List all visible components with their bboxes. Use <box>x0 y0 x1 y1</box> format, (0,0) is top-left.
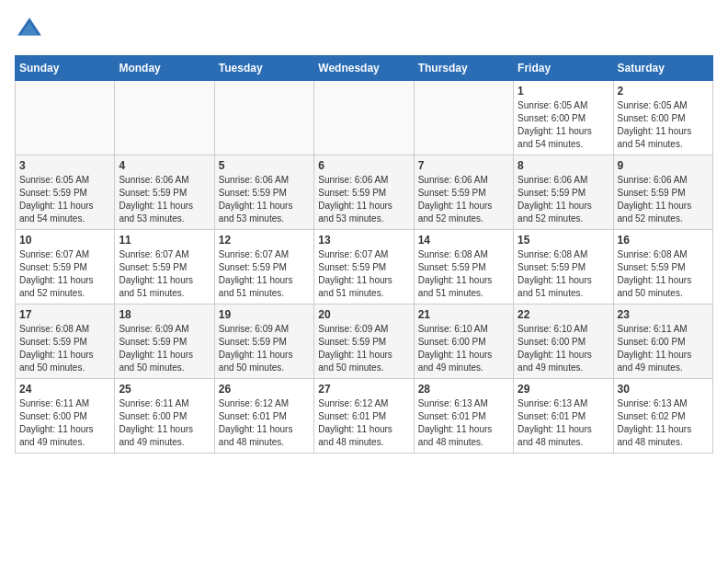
calendar-cell: 5Sunrise: 6:06 AM Sunset: 5:59 PM Daylig… <box>214 155 313 230</box>
day-info: Sunrise: 6:08 AM Sunset: 5:59 PM Dayligh… <box>518 248 609 300</box>
day-number: 2 <box>618 85 709 98</box>
day-info: Sunrise: 6:10 AM Sunset: 6:00 PM Dayligh… <box>418 323 509 374</box>
calendar-cell: 21Sunrise: 6:10 AM Sunset: 6:00 PM Dayli… <box>414 304 513 379</box>
day-number: 3 <box>19 159 110 172</box>
day-number: 16 <box>618 234 709 247</box>
day-info: Sunrise: 6:10 AM Sunset: 6:00 PM Dayligh… <box>518 323 609 374</box>
day-number: 18 <box>119 308 210 321</box>
day-number: 14 <box>418 234 509 247</box>
calendar-cell <box>16 81 115 155</box>
calendar-cell: 27Sunrise: 6:12 AM Sunset: 6:01 PM Dayli… <box>314 379 414 454</box>
day-number: 13 <box>318 234 409 247</box>
calendar-cell: 17Sunrise: 6:08 AM Sunset: 5:59 PM Dayli… <box>16 304 115 379</box>
page-header <box>15 15 713 44</box>
calendar-table: SundayMondayTuesdayWednesdayThursdayFrid… <box>15 55 713 454</box>
day-number: 27 <box>318 383 409 396</box>
day-number: 5 <box>219 159 310 172</box>
day-info: Sunrise: 6:13 AM Sunset: 6:01 PM Dayligh… <box>418 397 509 449</box>
calendar-cell: 15Sunrise: 6:08 AM Sunset: 5:59 PM Dayli… <box>514 230 613 304</box>
day-info: Sunrise: 6:12 AM Sunset: 6:01 PM Dayligh… <box>219 397 310 449</box>
day-info: Sunrise: 6:07 AM Sunset: 5:59 PM Dayligh… <box>19 248 110 300</box>
calendar-cell: 19Sunrise: 6:09 AM Sunset: 5:59 PM Dayli… <box>214 304 313 379</box>
calendar-cell: 7Sunrise: 6:06 AM Sunset: 5:59 PM Daylig… <box>414 155 513 230</box>
day-number: 15 <box>518 234 609 247</box>
calendar-cell: 1Sunrise: 6:05 AM Sunset: 6:00 PM Daylig… <box>514 81 613 155</box>
calendar-cell: 4Sunrise: 6:06 AM Sunset: 5:59 PM Daylig… <box>115 155 214 230</box>
day-info: Sunrise: 6:13 AM Sunset: 6:01 PM Dayligh… <box>518 397 609 449</box>
calendar-cell <box>414 81 513 155</box>
day-number: 24 <box>19 383 110 396</box>
day-number: 6 <box>318 159 409 172</box>
day-info: Sunrise: 6:06 AM Sunset: 5:59 PM Dayligh… <box>418 174 509 225</box>
calendar-cell: 23Sunrise: 6:11 AM Sunset: 6:00 PM Dayli… <box>613 304 712 379</box>
day-number: 7 <box>418 159 509 172</box>
day-info: Sunrise: 6:07 AM Sunset: 5:59 PM Dayligh… <box>318 248 409 300</box>
calendar-cell: 30Sunrise: 6:13 AM Sunset: 6:02 PM Dayli… <box>613 379 712 454</box>
day-info: Sunrise: 6:12 AM Sunset: 6:01 PM Dayligh… <box>318 397 409 449</box>
day-info: Sunrise: 6:06 AM Sunset: 5:59 PM Dayligh… <box>618 174 709 225</box>
calendar-cell: 9Sunrise: 6:06 AM Sunset: 5:59 PM Daylig… <box>613 155 712 230</box>
day-info: Sunrise: 6:05 AM Sunset: 6:00 PM Dayligh… <box>518 99 609 151</box>
calendar-cell: 24Sunrise: 6:11 AM Sunset: 6:00 PM Dayli… <box>16 379 115 454</box>
calendar-cell: 22Sunrise: 6:10 AM Sunset: 6:00 PM Dayli… <box>514 304 613 379</box>
day-info: Sunrise: 6:07 AM Sunset: 5:59 PM Dayligh… <box>219 248 310 300</box>
logo <box>15 15 48 44</box>
day-number: 26 <box>219 383 310 396</box>
day-info: Sunrise: 6:08 AM Sunset: 5:59 PM Dayligh… <box>618 248 709 300</box>
day-number: 30 <box>618 383 709 396</box>
calendar-cell: 8Sunrise: 6:06 AM Sunset: 5:59 PM Daylig… <box>514 155 613 230</box>
day-info: Sunrise: 6:06 AM Sunset: 5:59 PM Dayligh… <box>219 174 310 225</box>
day-number: 1 <box>518 85 609 98</box>
calendar-cell: 6Sunrise: 6:06 AM Sunset: 5:59 PM Daylig… <box>314 155 414 230</box>
calendar-week-row: 10Sunrise: 6:07 AM Sunset: 5:59 PM Dayli… <box>16 230 713 304</box>
calendar-cell: 13Sunrise: 6:07 AM Sunset: 5:59 PM Dayli… <box>314 230 414 304</box>
calendar-cell: 11Sunrise: 6:07 AM Sunset: 5:59 PM Dayli… <box>115 230 214 304</box>
weekday-header-sunday: Sunday <box>16 56 115 81</box>
day-info: Sunrise: 6:11 AM Sunset: 6:00 PM Dayligh… <box>119 397 210 449</box>
day-number: 25 <box>119 383 210 396</box>
day-number: 8 <box>518 159 609 172</box>
day-info: Sunrise: 6:13 AM Sunset: 6:02 PM Dayligh… <box>618 397 709 449</box>
calendar-cell: 16Sunrise: 6:08 AM Sunset: 5:59 PM Dayli… <box>613 230 712 304</box>
day-number: 19 <box>219 308 310 321</box>
day-number: 9 <box>618 159 709 172</box>
day-info: Sunrise: 6:09 AM Sunset: 5:59 PM Dayligh… <box>119 323 210 374</box>
day-number: 28 <box>418 383 509 396</box>
day-number: 11 <box>119 234 210 247</box>
day-info: Sunrise: 6:08 AM Sunset: 5:59 PM Dayligh… <box>19 323 110 374</box>
calendar-cell: 25Sunrise: 6:11 AM Sunset: 6:00 PM Dayli… <box>115 379 214 454</box>
calendar-week-row: 24Sunrise: 6:11 AM Sunset: 6:00 PM Dayli… <box>16 379 713 454</box>
day-info: Sunrise: 6:05 AM Sunset: 6:00 PM Dayligh… <box>618 99 709 151</box>
day-info: Sunrise: 6:09 AM Sunset: 5:59 PM Dayligh… <box>318 323 409 374</box>
day-info: Sunrise: 6:11 AM Sunset: 6:00 PM Dayligh… <box>19 397 110 449</box>
day-info: Sunrise: 6:06 AM Sunset: 5:59 PM Dayligh… <box>518 174 609 225</box>
day-info: Sunrise: 6:11 AM Sunset: 6:00 PM Dayligh… <box>618 323 709 374</box>
calendar-cell <box>115 81 214 155</box>
weekday-header-row: SundayMondayTuesdayWednesdayThursdayFrid… <box>16 56 713 81</box>
calendar-cell: 20Sunrise: 6:09 AM Sunset: 5:59 PM Dayli… <box>314 304 414 379</box>
day-number: 29 <box>518 383 609 396</box>
calendar-cell: 14Sunrise: 6:08 AM Sunset: 5:59 PM Dayli… <box>414 230 513 304</box>
logo-icon <box>15 15 44 44</box>
calendar-week-row: 1Sunrise: 6:05 AM Sunset: 6:00 PM Daylig… <box>16 81 713 155</box>
weekday-header-tuesday: Tuesday <box>214 56 313 81</box>
calendar-cell <box>314 81 414 155</box>
day-number: 12 <box>219 234 310 247</box>
day-number: 17 <box>19 308 110 321</box>
weekday-header-friday: Friday <box>514 56 613 81</box>
calendar-cell: 10Sunrise: 6:07 AM Sunset: 5:59 PM Dayli… <box>16 230 115 304</box>
weekday-header-saturday: Saturday <box>613 56 712 81</box>
day-info: Sunrise: 6:06 AM Sunset: 5:59 PM Dayligh… <box>318 174 409 225</box>
weekday-header-thursday: Thursday <box>414 56 513 81</box>
day-info: Sunrise: 6:05 AM Sunset: 5:59 PM Dayligh… <box>19 174 110 225</box>
calendar-cell: 18Sunrise: 6:09 AM Sunset: 5:59 PM Dayli… <box>115 304 214 379</box>
calendar-cell: 29Sunrise: 6:13 AM Sunset: 6:01 PM Dayli… <box>514 379 613 454</box>
day-number: 21 <box>418 308 509 321</box>
day-info: Sunrise: 6:08 AM Sunset: 5:59 PM Dayligh… <box>418 248 509 300</box>
day-info: Sunrise: 6:09 AM Sunset: 5:59 PM Dayligh… <box>219 323 310 374</box>
day-number: 23 <box>618 308 709 321</box>
calendar-cell: 2Sunrise: 6:05 AM Sunset: 6:00 PM Daylig… <box>613 81 712 155</box>
calendar-cell <box>214 81 313 155</box>
weekday-header-wednesday: Wednesday <box>314 56 414 81</box>
calendar-week-row: 3Sunrise: 6:05 AM Sunset: 5:59 PM Daylig… <box>16 155 713 230</box>
